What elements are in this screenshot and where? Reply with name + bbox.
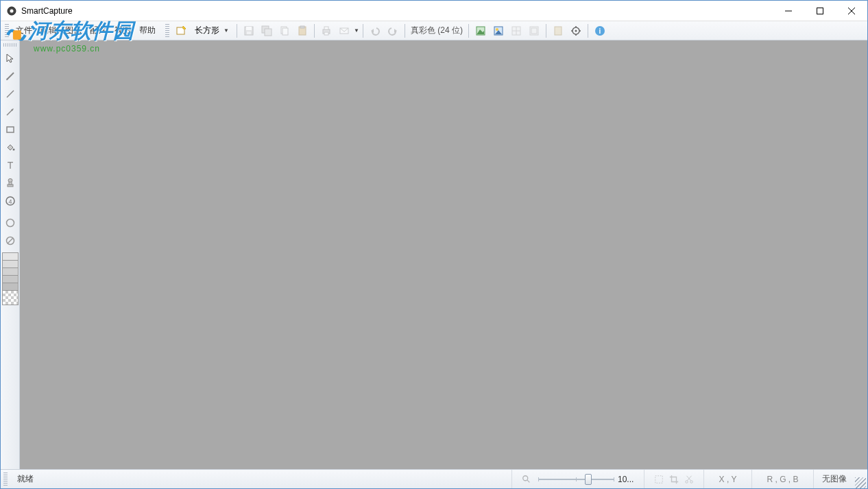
- toolbar-grip-1[interactable]: [165, 24, 169, 38]
- image-tool-3[interactable]: [507, 23, 525, 39]
- svg-rect-34: [555, 27, 562, 35]
- svg-point-57: [6, 219, 14, 227]
- image-tool-4[interactable]: [525, 23, 543, 39]
- line-tool[interactable]: [2, 86, 19, 102]
- menu-file[interactable]: 文件: [12, 22, 36, 39]
- svg-point-60: [523, 475, 528, 480]
- menu-edit[interactable]: 编辑: [36, 22, 61, 39]
- cut-icon[interactable]: [682, 475, 697, 484]
- tool-palette: T 4: [1, 40, 20, 469]
- pointer-tool[interactable]: [2, 50, 19, 67]
- save-button[interactable]: [240, 23, 258, 39]
- new-capture-button[interactable]: [172, 23, 190, 39]
- color-depth-label[interactable]: 真彩色 (24 位): [408, 25, 466, 36]
- image-tool-2[interactable]: [490, 23, 507, 39]
- close-button[interactable]: [836, 1, 867, 21]
- fill-tool[interactable]: [2, 139, 19, 156]
- zoom-value: 10...: [618, 475, 637, 484]
- title-bar: SmartCapture: [1, 1, 867, 21]
- image-tool-1[interactable]: [472, 23, 490, 39]
- zoom-section: 10...: [511, 470, 644, 488]
- svg-line-66: [687, 475, 691, 480]
- zoom-slider-thumb[interactable]: [585, 474, 592, 485]
- menu-help[interactable]: 帮助: [135, 22, 160, 39]
- pencil-tool[interactable]: [2, 68, 19, 84]
- chevron-down-icon: ▼: [224, 27, 229, 34]
- toolbar-separator: [468, 24, 469, 38]
- toolbar: 长方形 ▼ ▼ 真彩色 (24 位): [165, 23, 609, 39]
- application-window: SmartCapture 河东软件园 www.pc0359.cn 文件 编辑 图…: [0, 0, 868, 489]
- capture-mode-label: 长方形: [195, 25, 219, 36]
- menu-grip[interactable]: [5, 24, 9, 38]
- status-image-info: 无图像: [814, 470, 855, 488]
- svg-rect-49: [7, 127, 14, 132]
- selection-icon[interactable]: [651, 475, 666, 484]
- window-title: SmartCapture: [21, 6, 773, 16]
- svg-point-1: [10, 9, 14, 12]
- svg-rect-3: [817, 8, 823, 14]
- toolbar-separator: [314, 24, 315, 38]
- stamp-tool[interactable]: [2, 175, 19, 191]
- no-fill-tool[interactable]: [2, 232, 19, 249]
- print-button[interactable]: [317, 23, 335, 39]
- svg-point-27: [496, 28, 498, 31]
- svg-point-50: [12, 149, 14, 151]
- arrow-tool[interactable]: [2, 104, 19, 120]
- svg-rect-62: [655, 475, 663, 483]
- status-grip[interactable]: [3, 473, 8, 486]
- menu-config[interactable]: 配置: [86, 22, 110, 39]
- svg-text:4: 4: [8, 198, 12, 205]
- info-button[interactable]: i: [591, 23, 609, 39]
- svg-line-44: [7, 73, 14, 80]
- app-icon: [6, 5, 17, 16]
- numbered-marker-tool[interactable]: 4: [2, 193, 19, 209]
- svg-point-54: [8, 179, 12, 182]
- svg-line-61: [527, 479, 530, 482]
- svg-text:i: i: [599, 27, 601, 35]
- window-controls: [773, 1, 867, 21]
- paste-button[interactable]: [293, 23, 311, 39]
- resize-grip[interactable]: [855, 477, 866, 488]
- svg-rect-17: [300, 26, 304, 28]
- svg-rect-20: [324, 32, 328, 35]
- rectangle-tool[interactable]: [2, 121, 19, 138]
- menu-image[interactable]: 图像: [61, 22, 86, 39]
- status-bar: 就绪 10... X , Y R , G , B 无图像: [1, 469, 867, 488]
- color-swatches: [2, 252, 19, 305]
- canvas-area[interactable]: [20, 40, 867, 469]
- svg-line-46: [7, 91, 14, 97]
- menu-toolbar-row: 河东软件园 www.pc0359.cn 文件 编辑 图像 配置 视图 帮助 长方…: [1, 21, 867, 40]
- capture-mode-dropdown[interactable]: 长方形 ▼: [190, 23, 234, 38]
- svg-rect-19: [324, 27, 328, 29]
- minimize-button[interactable]: [773, 1, 804, 21]
- redo-button[interactable]: [384, 23, 402, 39]
- svg-text:T: T: [7, 160, 13, 171]
- svg-marker-43: [7, 54, 13, 62]
- svg-point-64: [690, 480, 693, 483]
- crop-icon[interactable]: [666, 475, 682, 484]
- undo-button[interactable]: [366, 23, 384, 39]
- ellipse-tool[interactable]: [2, 215, 19, 231]
- zoom-icon[interactable]: [519, 475, 534, 484]
- menu-view[interactable]: 视图: [110, 22, 135, 39]
- svg-rect-15: [282, 28, 288, 35]
- settings-button[interactable]: [567, 23, 585, 39]
- svg-line-59: [8, 238, 13, 243]
- maximize-button[interactable]: [804, 1, 836, 21]
- save-as-button[interactable]: [258, 23, 276, 39]
- email-dropdown-arrow[interactable]: ▼: [353, 27, 360, 34]
- svg-marker-8: [183, 26, 186, 29]
- clipboard-tool[interactable]: [549, 23, 567, 39]
- status-rgb: R , G , B: [752, 470, 814, 488]
- svg-line-65: [687, 475, 691, 480]
- svg-rect-11: [247, 32, 251, 34]
- status-ready: 就绪: [10, 470, 40, 488]
- copy-button[interactable]: [276, 23, 293, 39]
- text-tool[interactable]: T: [2, 157, 19, 174]
- svg-point-63: [686, 480, 688, 483]
- swatch-checker[interactable]: [2, 290, 19, 305]
- email-button[interactable]: [335, 23, 353, 39]
- menu-bar: 文件 编辑 图像 配置 视图 帮助: [1, 22, 160, 39]
- palette-grip[interactable]: [3, 43, 17, 47]
- zoom-slider[interactable]: [538, 474, 614, 485]
